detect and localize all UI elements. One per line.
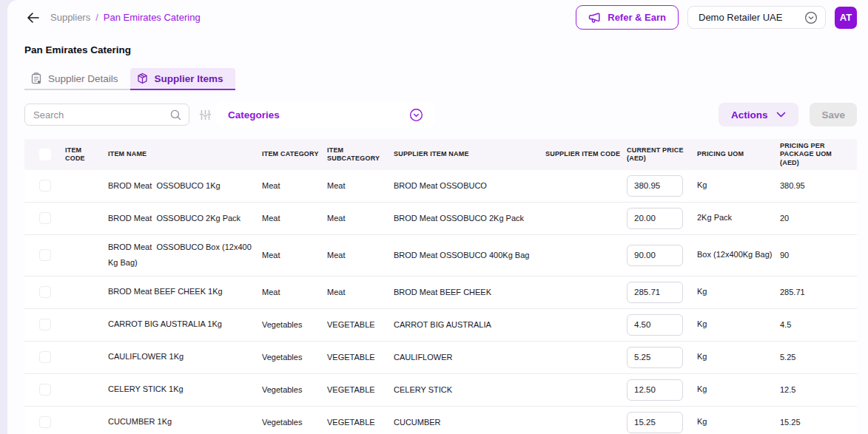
current-price-input[interactable] [627,347,683,368]
table-row: CARROT BIG AUSTRALIA 1Kg Vegetables VEGE… [24,309,857,342]
current-price-input[interactable] [627,379,683,401]
current-price-input[interactable] [627,208,683,229]
item-name-cell: CARROT BIG AUSTRALIA 1Kg [108,312,262,336]
breadcrumb-current: Pan Emirates Catering [104,12,201,23]
item-code-cell [65,385,108,394]
breadcrumb-suppliers[interactable]: Suppliers [50,12,90,23]
current-price-input[interactable] [627,282,683,303]
categories-dropdown[interactable]: Categories [216,101,435,128]
pricing-uom-cell: 2Kg Pack [697,208,780,228]
search-input[interactable] [33,109,159,121]
tab-supplier-items[interactable]: Supplier Items [130,68,235,90]
actions-label: Actions [731,109,768,121]
tab-supplier-details[interactable]: Supplier Details [24,68,130,90]
pricing-per-package-cell: 20 [780,209,857,227]
search-box [24,104,189,126]
pricing-per-package-cell: 4.5 [780,316,857,333]
supplier-item-name-cell: CELERY STICK [394,381,545,399]
supplier-items-table: ITEM CODE ITEM NAME ITEM CATEGORY ITEM S… [24,139,857,434]
pricing-per-package-cell: 380.95 [780,177,857,194]
pricing-per-package-cell: 90 [780,246,857,264]
row-checkbox[interactable] [39,384,51,396]
pricing-per-package-cell: 285.71 [780,283,857,301]
megaphone-icon [588,12,602,24]
item-name-cell: CAULIFLOWER 1Kg [108,345,262,369]
item-category-cell: Vegetables [262,316,327,333]
filter-sliders-icon[interactable] [199,109,212,121]
refer-and-earn-label: Refer & Earn [608,12,666,23]
item-category-cell: Meat [262,246,327,264]
user-avatar[interactable]: AT [835,7,857,29]
table-row: CUCUMBER 1Kg Vegetables VEGETABLE CUCUMB… [24,407,857,434]
item-subcategory-cell: VEGETABLE [327,381,394,399]
supplier-item-code-cell [545,320,627,329]
column-header-supplier-item-code: SUPPLIER ITEM CODE [545,147,627,161]
arrow-left-icon [27,13,39,23]
pricing-uom-cell: Kg [697,347,780,367]
refer-and-earn-button[interactable]: Refer & Earn [576,5,679,30]
item-code-cell [65,353,108,362]
supplier-item-name-cell: BROD Meat OSSOBUCO 400Kg Bag [394,246,545,264]
supplier-item-code-cell [545,288,627,296]
item-name-cell: BROD Meat OSSOBUCO Box (12x400Kg Bag) [108,235,262,276]
supplier-item-code-cell [545,181,627,190]
back-button[interactable] [24,10,41,26]
column-header-item-category: ITEM CATEGORY [262,147,327,161]
table-row: CELERY STICK 1Kg Vegetables VEGETABLE CE… [24,374,857,407]
table-header-row: ITEM CODE ITEM NAME ITEM CATEGORY ITEM S… [24,139,857,170]
item-subcategory-cell: Meat [327,246,394,264]
supplier-item-code-cell [545,385,627,394]
item-code-cell [65,251,108,260]
pricing-uom-cell: Box (12x400Kg Bag) [697,245,780,265]
item-subcategory-cell: VEGETABLE [327,413,394,431]
table-row: BROD Meat OSSOBUCO 2Kg Pack Meat Meat BR… [24,203,857,235]
tab-supplier-items-label: Supplier Items [155,73,223,84]
package-icon [137,72,148,84]
item-name-cell: CELERY STICK 1Kg [108,377,262,401]
clipboard-icon [31,72,41,84]
table-row: CAULIFLOWER 1Kg Vegetables VEGETABLE CAU… [24,342,857,374]
row-checkbox[interactable] [39,212,51,224]
tab-supplier-details-label: Supplier Details [48,73,118,84]
pricing-uom-cell: Kg [697,379,780,400]
item-category-cell: Vegetables [262,413,327,431]
select-all-checkbox[interactable] [39,149,51,160]
row-checkbox[interactable] [39,249,51,261]
supplier-item-name-cell: BROD Meat BEEF CHEEK [394,283,545,301]
column-header-supplier-item-name: SUPPLIER ITEM NAME [394,147,545,161]
item-subcategory-cell: Meat [327,177,394,194]
pricing-per-package-cell: 15.25 [780,413,857,431]
item-code-cell [65,181,108,190]
item-category-cell: Meat [262,177,327,194]
main-content: Suppliers / Pan Emirates Catering Refer … [7,0,868,434]
supplier-item-code-cell [545,214,627,223]
item-subcategory-cell: Meat [327,209,394,227]
page-title: Pan Emirates Catering [24,44,868,55]
row-checkbox[interactable] [39,416,51,428]
actions-button[interactable]: Actions [719,103,799,126]
current-price-input[interactable] [627,412,683,433]
table-row: BROD Meat OSSOBUCO Box (12x400Kg Bag) Me… [24,235,857,277]
column-header-current-price: CURRENT PRICE (AED) [627,143,697,166]
current-price-input[interactable] [627,245,683,266]
supplier-item-code-cell [545,353,627,362]
column-header-pricing-uom: PRICING UOM [697,147,780,161]
current-price-input[interactable] [627,314,683,336]
supplier-item-name-cell: CARROT BIG AUSTRALIA [394,316,545,333]
topbar-right: Refer & Earn Demo Retailer UAE AT [576,5,857,30]
item-name-cell: CUCUMBER 1Kg [108,410,262,434]
pricing-per-package-cell: 12.5 [780,381,857,399]
row-checkbox[interactable] [39,319,51,330]
row-checkbox[interactable] [39,351,51,363]
chevron-down-circle-icon [409,108,423,122]
column-header-item-name: ITEM NAME [108,147,262,161]
supplier-item-name-cell: BROD Meat OSSOBUCO 2Kg Pack [394,209,545,227]
row-checkbox[interactable] [39,286,51,298]
retailer-selector[interactable]: Demo Retailer UAE [687,6,826,29]
pricing-uom-cell: Kg [697,412,780,433]
current-price-input[interactable] [627,175,683,197]
breadcrumb: Suppliers / Pan Emirates Catering [50,12,201,23]
row-checkbox[interactable] [39,180,51,191]
toolbar-right: Actions Save [719,103,857,126]
save-button[interactable]: Save [810,103,857,126]
